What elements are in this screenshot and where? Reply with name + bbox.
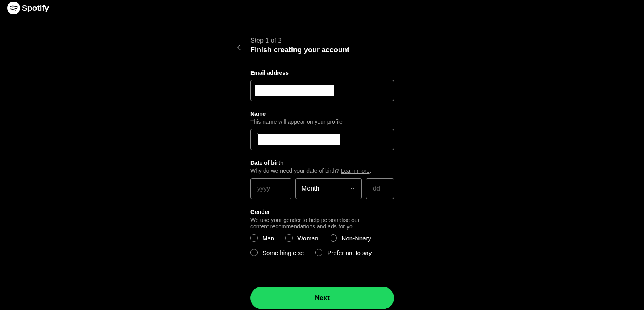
dob-label: Date of birth	[250, 160, 394, 166]
radio-icon	[330, 234, 337, 242]
back-chevron-icon[interactable]	[234, 43, 244, 52]
gender-option-prefer-not[interactable]: Prefer not to say	[315, 249, 372, 256]
page-title: Finish creating your account	[250, 46, 349, 54]
gender-option-woman[interactable]: Woman	[285, 234, 318, 242]
spotify-logo[interactable]: Spotify	[7, 2, 49, 14]
gender-label: Gender	[250, 209, 394, 215]
name-hint: This name will appear on your profile	[250, 119, 394, 125]
gender-option-something-else[interactable]: Something else	[250, 249, 304, 256]
step-counter: Step 1 of 2	[250, 37, 349, 44]
dob-day-input[interactable]	[366, 178, 394, 199]
gender-option-man[interactable]: Man	[250, 234, 274, 242]
email-label: Email address	[250, 70, 394, 76]
email-field[interactable]	[250, 80, 394, 101]
progress-fill	[225, 27, 322, 27]
progress-bar	[225, 27, 419, 27]
next-button[interactable]: Next	[250, 287, 394, 309]
dob-learn-more-link[interactable]: Learn more	[341, 168, 370, 174]
brand-name: Spotify	[22, 3, 49, 13]
name-field[interactable]: `	[250, 129, 394, 150]
gender-hint: We use your gender to help personalise o…	[250, 217, 375, 230]
radio-icon	[315, 249, 322, 256]
spotify-icon	[7, 2, 20, 14]
gender-option-nonbinary[interactable]: Non-binary	[330, 234, 371, 242]
name-value-redacted	[258, 134, 340, 145]
name-label: Name	[250, 111, 394, 117]
dob-hint: Why do we need your date of birth? Learn…	[250, 168, 394, 174]
chevron-down-icon	[349, 185, 356, 192]
dob-month-select[interactable]: Month	[295, 178, 362, 199]
radio-icon	[285, 234, 293, 242]
radio-icon	[250, 249, 258, 256]
email-value-redacted	[255, 85, 334, 96]
dob-year-input[interactable]	[250, 178, 291, 199]
quote-char: `	[256, 132, 258, 140]
dob-month-placeholder: Month	[301, 185, 319, 192]
radio-icon	[250, 234, 258, 242]
